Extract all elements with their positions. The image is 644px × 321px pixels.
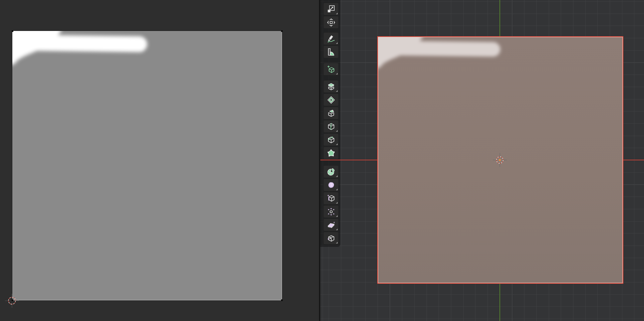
- submenu-indicator-icon: [336, 202, 338, 204]
- blender-window: { "image_editor": { "name": "image-edito…: [0, 0, 644, 321]
- submenu-indicator-icon: [336, 90, 338, 92]
- tool-knife-button[interactable]: [323, 133, 339, 146]
- submenu-indicator-icon: [336, 175, 338, 177]
- canvas-corner-handle: [281, 299, 283, 301]
- scale-icon: [327, 5, 336, 14]
- edit-mode-toolbar: [323, 3, 339, 244]
- edge-slide-icon: [327, 194, 336, 203]
- tool-shrink-fatten-button[interactable]: [323, 205, 339, 218]
- paint-canvas[interactable]: [12, 31, 282, 301]
- toolbar-group-separator: [323, 160, 339, 165]
- smooth-icon: [327, 181, 336, 190]
- add-cube-icon: [327, 65, 336, 74]
- tool-bevel-button[interactable]: [323, 107, 339, 119]
- inset-faces-icon: [327, 95, 336, 104]
- shear-icon: [327, 221, 336, 230]
- toolbar-group-separator: [323, 59, 339, 62]
- paint-stroke: [12, 31, 282, 300]
- tool-transform-button[interactable]: [323, 16, 339, 29]
- tool-scale-button[interactable]: [323, 3, 339, 15]
- tool-extrude-region-button[interactable]: [323, 80, 339, 93]
- tool-annotate-button[interactable]: [323, 32, 339, 45]
- tool-edge-slide-button[interactable]: [323, 192, 339, 205]
- submenu-indicator-icon: [336, 189, 338, 190]
- poly-build-icon: [327, 149, 336, 158]
- toolbar-group-separator: [323, 29, 339, 32]
- tool-shear-button[interactable]: [323, 219, 339, 231]
- cursor-3d-icon[interactable]: [492, 153, 507, 167]
- tool-inset-faces-button[interactable]: [323, 93, 339, 106]
- submenu-indicator-icon: [336, 229, 338, 230]
- canvas-corner-handle: [12, 30, 13, 32]
- submenu-indicator-icon: [336, 130, 338, 132]
- cursor-2d-icon[interactable]: [5, 293, 19, 308]
- submenu-indicator-icon: [336, 143, 338, 145]
- submenu-indicator-icon: [336, 42, 338, 44]
- extrude-region-icon: [327, 82, 336, 91]
- tool-smooth-button[interactable]: [323, 179, 339, 191]
- canvas-corner-handle: [281, 30, 283, 32]
- submenu-indicator-icon: [336, 215, 338, 217]
- bevel-icon: [327, 109, 336, 118]
- tool-measure-button[interactable]: [323, 46, 339, 58]
- tool-spin-button[interactable]: [323, 165, 339, 178]
- loop-cut-icon: [327, 122, 336, 131]
- spin-icon: [327, 167, 336, 176]
- toolbar-group-separator: [323, 76, 339, 80]
- tool-poly-build-button[interactable]: [323, 147, 339, 159]
- submenu-indicator-icon: [336, 242, 338, 243]
- annotate-icon: [327, 34, 336, 43]
- measure-icon: [327, 48, 336, 57]
- rip-region-icon: [327, 234, 336, 243]
- image-editor: [0, 0, 319, 321]
- tool-rip-region-button[interactable]: [323, 232, 339, 244]
- submenu-indicator-icon: [336, 73, 338, 75]
- 3d-viewport[interactable]: [320, 0, 644, 321]
- tool-loop-cut-button[interactable]: [323, 120, 339, 133]
- transform-icon: [327, 18, 336, 27]
- knife-icon: [327, 135, 336, 144]
- submenu-indicator-icon: [336, 13, 338, 14]
- shrink-fatten-icon: [327, 207, 336, 216]
- tool-add-cube-button[interactable]: [323, 63, 339, 76]
